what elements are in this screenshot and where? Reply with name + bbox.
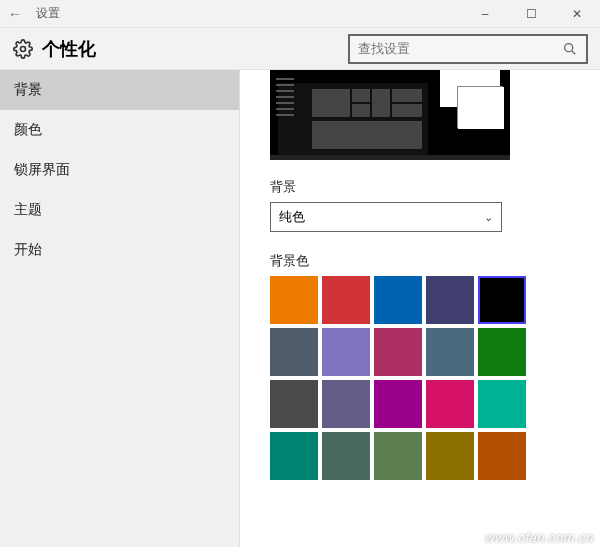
close-button[interactable]: ✕	[554, 7, 600, 21]
color-swatch[interactable]	[322, 380, 370, 428]
background-preview	[270, 70, 510, 160]
sidebar-item-4[interactable]: 开始	[0, 230, 239, 270]
svg-point-0	[21, 46, 26, 51]
sidebar-item-1[interactable]: 颜色	[0, 110, 239, 150]
color-swatch-grid	[270, 276, 570, 480]
color-swatch[interactable]	[374, 276, 422, 324]
content-pane: 背景 纯色 ⌄ 背景色	[240, 70, 600, 547]
chevron-down-icon: ⌄	[484, 211, 493, 224]
color-swatch[interactable]	[426, 432, 474, 480]
background-dropdown[interactable]: 纯色 ⌄	[270, 202, 502, 232]
color-swatch[interactable]	[374, 380, 422, 428]
color-swatch[interactable]	[322, 432, 370, 480]
color-swatch[interactable]	[426, 380, 474, 428]
back-button[interactable]: ←	[0, 6, 30, 22]
color-swatch[interactable]	[478, 276, 526, 324]
header: 个性化	[0, 28, 600, 70]
background-color-label: 背景色	[270, 252, 570, 270]
window-title: 设置	[30, 5, 60, 22]
minimize-button[interactable]: –	[462, 7, 508, 21]
color-swatch[interactable]	[270, 276, 318, 324]
sidebar-item-3[interactable]: 主题	[0, 190, 239, 230]
svg-point-1	[565, 43, 573, 51]
color-swatch[interactable]	[426, 276, 474, 324]
search-box[interactable]	[348, 34, 588, 64]
page-title: 个性化	[42, 37, 96, 61]
preview-taskbar	[270, 155, 510, 160]
color-swatch[interactable]	[270, 328, 318, 376]
preview-window	[458, 87, 504, 129]
color-swatch[interactable]	[374, 328, 422, 376]
color-swatch[interactable]	[270, 380, 318, 428]
settings-gear-icon	[12, 38, 34, 60]
color-swatch[interactable]	[478, 380, 526, 428]
color-swatch[interactable]	[374, 432, 422, 480]
background-label: 背景	[270, 178, 570, 196]
svg-line-2	[572, 51, 575, 54]
background-dropdown-value: 纯色	[279, 208, 484, 226]
preview-start-menu	[278, 83, 428, 155]
search-icon	[562, 41, 578, 57]
sidebar: 背景颜色锁屏界面主题开始	[0, 70, 240, 547]
color-swatch[interactable]	[270, 432, 318, 480]
sidebar-item-2[interactable]: 锁屏界面	[0, 150, 239, 190]
color-swatch[interactable]	[426, 328, 474, 376]
color-swatch[interactable]	[322, 328, 370, 376]
color-swatch[interactable]	[478, 432, 526, 480]
titlebar: ← 设置 – ☐ ✕	[0, 0, 600, 28]
color-swatch[interactable]	[322, 276, 370, 324]
maximize-button[interactable]: ☐	[508, 7, 554, 21]
sidebar-item-0[interactable]: 背景	[0, 70, 239, 110]
search-input[interactable]	[358, 41, 562, 56]
color-swatch[interactable]	[478, 328, 526, 376]
